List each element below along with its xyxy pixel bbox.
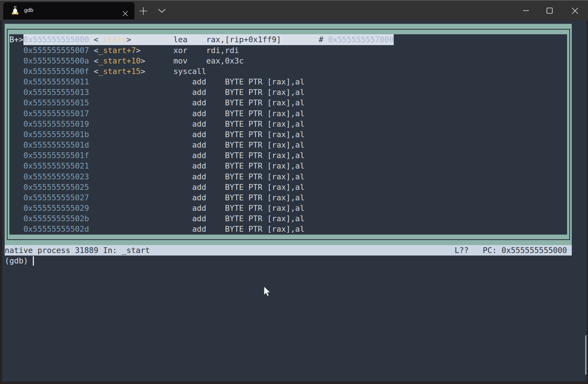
asm-segment: mov: [173, 56, 187, 66]
asm-segment: xor: [173, 45, 187, 56]
titlebar: gdb: [0, 0, 588, 21]
asm-segment: 0x55555555501f: [23, 150, 89, 161]
asm-segment: <: [94, 45, 98, 56]
asm-segment: add: [192, 161, 206, 171]
asm-segment: BYTE PTR [rax],al: [225, 150, 305, 161]
asm-row: 0x555555555007<_start+7>xorrdi,rdi: [5, 45, 574, 56]
status-line-indicator: L??: [455, 245, 469, 256]
asm-segment: 0x55555555500f: [23, 66, 89, 77]
asm-row: 0x555555555025addBYTE PTR [rax],al: [5, 182, 574, 192]
status-left: native process 31889 In: _start: [5, 245, 150, 256]
asm-segment: 0x555555555023: [23, 171, 89, 182]
asm-segment: 0x55555555502d: [23, 224, 89, 234]
asm-segment: rax,[rip+0x1ff9]: [206, 34, 281, 45]
asm-segment: 0x55555555501b: [23, 129, 89, 140]
asm-segment: 0x55555555501d: [23, 140, 89, 150]
asm-segment: <: [94, 56, 98, 66]
asm-segment: add: [192, 77, 206, 87]
asm-segment: add: [192, 108, 206, 119]
asm-segment: BYTE PTR [rax],al: [225, 108, 305, 119]
gdb-prompt-label: (gdb): [5, 256, 28, 266]
text-cursor: [33, 256, 34, 266]
asm-row: 0x555555555013addBYTE PTR [rax],al: [5, 87, 574, 97]
asm-segment: add: [192, 140, 206, 150]
asm-segment: BYTE PTR [rax],al: [225, 203, 305, 213]
tab-dropdown-button[interactable]: [155, 4, 169, 18]
asm-segment: BYTE PTR [rax],al: [225, 129, 305, 140]
plus-icon: [139, 7, 147, 15]
asm-segment: 0x555555555013: [23, 87, 89, 97]
asm-row: 0x55555555501faddBYTE PTR [rax],al: [5, 150, 574, 161]
asm-segment: >: [141, 66, 145, 77]
asm-segment: BYTE PTR [rax],al: [225, 97, 305, 108]
asm-segment: >: [127, 34, 131, 45]
tab-gdb[interactable]: gdb: [3, 2, 134, 19]
asm-row: 0x555555555015addBYTE PTR [rax],al: [5, 97, 574, 108]
asm-segment: BYTE PTR [rax],al: [225, 192, 305, 203]
asm-row: 0x555555555027addBYTE PTR [rax],al: [5, 192, 574, 203]
chevron-down-icon: [158, 9, 166, 13]
asm-segment: add: [192, 171, 206, 182]
maximize-icon: [547, 8, 553, 14]
asm-segment: 0x555555555021: [23, 161, 89, 171]
asm-segment: _start: [98, 34, 127, 45]
asm-segment: BYTE PTR [rax],al: [225, 119, 305, 129]
asm-segment: _start+7: [98, 45, 136, 56]
asm-segment: add: [192, 97, 206, 108]
asm-segment: 0x555555555007: [23, 45, 89, 56]
asm-segment: <: [94, 66, 98, 77]
asm-segment: <: [94, 34, 98, 45]
asm-row: 0x555555555029addBYTE PTR [rax],al: [5, 203, 574, 213]
asm-segment: #: [319, 34, 323, 45]
asm-row: 0x55555555502baddBYTE PTR [rax],al: [5, 213, 574, 224]
tab-close-icon[interactable]: [120, 9, 130, 18]
asm-row: 0x55555555501daddBYTE PTR [rax],al: [5, 140, 574, 150]
asm-segment: BYTE PTR [rax],al: [225, 87, 305, 97]
asm-segment: add: [192, 87, 206, 97]
asm-segment: 0x555555555000: [23, 34, 89, 45]
new-tab-button[interactable]: [136, 4, 150, 18]
asm-segment: add: [192, 150, 206, 161]
asm-row: 0x555555555017addBYTE PTR [rax],al: [5, 108, 574, 119]
tab-title: gdb: [24, 7, 34, 13]
asm-row: B+>0x555555555000<_start>learax,[rip+0x1…: [5, 34, 574, 45]
asm-segment: >: [136, 45, 141, 56]
asm-segment: 0x555555555029: [23, 203, 89, 213]
asm-segment: B+>: [9, 34, 23, 45]
maximize-button[interactable]: [538, 0, 561, 21]
asm-segment: BYTE PTR [rax],al: [225, 213, 305, 224]
asm-segment: 0x55555555502b: [23, 213, 89, 224]
asm-segment: 0x55555555500a: [23, 56, 89, 66]
asm-segment: rdi,rdi: [206, 45, 239, 56]
asm-row: 0x55555555500f<_start+15>syscall: [5, 66, 574, 77]
asm-row: 0x55555555502daddBYTE PTR [rax],al: [5, 224, 574, 234]
asm-segment: BYTE PTR [rax],al: [225, 224, 305, 234]
status-pc-indicator: PC: 0x555555555000: [483, 245, 567, 256]
asm-segment: BYTE PTR [rax],al: [225, 140, 305, 150]
asm-segment: 0x555555555015: [23, 97, 89, 108]
asm-row: 0x555555555019addBYTE PTR [rax],al: [5, 119, 574, 129]
asm-segment: 0x555555555017: [23, 108, 89, 119]
asm-segment: >: [141, 56, 145, 66]
asm-segment: 0x555555557000: [328, 34, 394, 45]
asm-segment: lea: [173, 34, 187, 45]
minimize-button[interactable]: [514, 0, 538, 21]
asm-segment: BYTE PTR [rax],al: [225, 182, 305, 192]
asm-row: 0x55555555500a<_start+10>moveax,0x3c: [5, 56, 574, 66]
asm-segment: _start+15: [98, 66, 141, 77]
asm-segment: add: [192, 213, 206, 224]
asm-row: 0x555555555021addBYTE PTR [rax],al: [5, 161, 574, 171]
asm-segment: 0x555555555011: [23, 77, 89, 87]
close-button[interactable]: [563, 0, 587, 21]
asm-segment: add: [192, 224, 206, 234]
asm-segment: 0x555555555027: [23, 192, 89, 203]
asm-segment: _start+10: [98, 56, 141, 66]
asm-segment: BYTE PTR [rax],al: [225, 77, 305, 87]
asm-segment: BYTE PTR [rax],al: [225, 161, 305, 171]
close-icon: [572, 8, 578, 14]
asm-segment: add: [192, 119, 206, 129]
scrollbar-thumb[interactable]: [585, 335, 587, 375]
terminal-screen[interactable]: B+>0x555555555000<_start>learax,[rip+0x1…: [2, 21, 587, 381]
mouse-cursor: [263, 285, 273, 298]
asm-segment: BYTE PTR [rax],al: [225, 171, 305, 182]
